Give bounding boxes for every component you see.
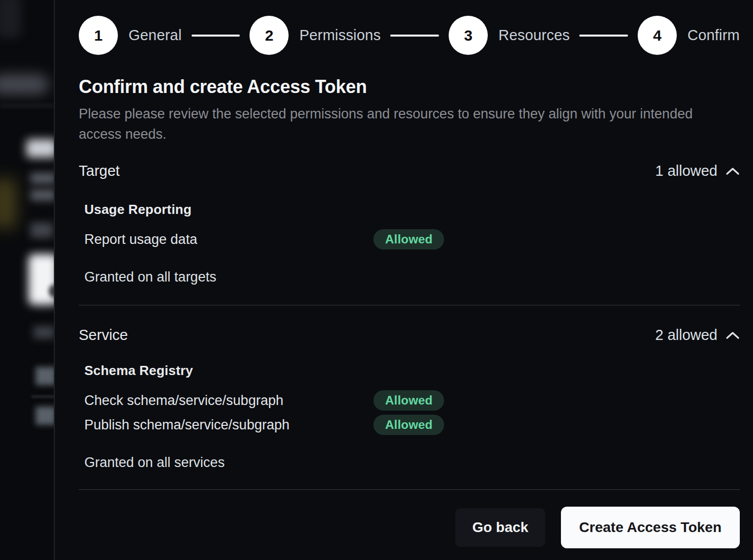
permission-group-name: Schema Registry <box>84 363 740 379</box>
blurred-small-item <box>30 223 53 238</box>
section-header-service: Service 2 allowed <box>79 327 740 344</box>
step-connector-line <box>390 35 439 37</box>
step-label: General <box>129 27 182 44</box>
granted-note: Granted on all services <box>84 455 740 471</box>
status-badge: Allowed <box>373 415 444 435</box>
blurred-letter-u <box>36 367 54 385</box>
permission-label: Publish schema/service/subgraph <box>84 417 373 433</box>
blurred-letter-h <box>36 407 54 425</box>
blurred-divider <box>0 104 54 108</box>
chevron-up-icon <box>726 331 740 339</box>
granted-note: Granted on all targets <box>84 269 740 285</box>
page-subtitle: Please please review the selected permis… <box>79 104 705 144</box>
blurred-divider <box>32 395 54 398</box>
service-collapse-toggle[interactable]: 2 allowed <box>655 327 740 344</box>
blurred-logo-tile <box>0 0 21 38</box>
go-back-button[interactable]: Go back <box>455 508 545 547</box>
create-access-token-button[interactable]: Create Access Token <box>561 507 740 548</box>
allowed-count: 2 allowed <box>655 327 717 344</box>
permission-group-name: Usage Reporting <box>84 202 740 217</box>
step-permissions[interactable]: 2 Permissions <box>249 16 381 55</box>
status-badge: Allowed <box>373 390 444 411</box>
status-badge: Allowed <box>373 229 444 250</box>
step-general[interactable]: 1 General <box>79 16 182 55</box>
permission-row: Report usage data Allowed <box>84 229 740 250</box>
blurred-sidebar-text <box>0 75 49 94</box>
blurred-body-text <box>30 173 54 184</box>
permission-label: Report usage data <box>84 232 373 247</box>
step-label: Permissions <box>299 27 381 44</box>
step-label: Confirm <box>687 27 740 44</box>
page-title: Confirm and create Access Token <box>79 76 740 98</box>
step-label: Resources <box>498 27 570 44</box>
blurred-heading-text <box>26 139 54 158</box>
step-number-circle: 4 <box>638 16 677 55</box>
step-number-circle: 3 <box>449 16 488 55</box>
permission-row: Publish schema/service/subgraph Allowed <box>84 414 740 435</box>
create-access-token-modal: 1 General 2 Permissions 3 Resources 4 Co… <box>54 0 753 560</box>
step-confirm[interactable]: 4 Confirm <box>638 16 740 55</box>
step-number-circle: 1 <box>79 16 118 55</box>
blurred-accent-shape <box>0 179 16 228</box>
chevron-up-icon <box>726 167 740 175</box>
section-divider <box>79 305 740 305</box>
section-header-target: Target 1 allowed <box>79 163 740 179</box>
target-collapse-toggle[interactable]: 1 allowed <box>655 163 740 179</box>
step-connector-line <box>192 35 240 37</box>
blurred-small-text <box>34 326 54 338</box>
footer-divider <box>79 489 740 490</box>
blurred-background-sidebar <box>0 0 54 560</box>
footer-actions: Go back Create Access Token <box>79 507 740 548</box>
step-resources[interactable]: 3 Resources <box>449 16 570 55</box>
permission-label: Check schema/service/subgraph <box>84 393 373 409</box>
section-title: Target <box>79 163 120 179</box>
section-title: Service <box>79 327 128 344</box>
blurred-white-card <box>28 254 54 305</box>
permission-group-schema-registry: Schema Registry Check schema/service/sub… <box>84 363 740 435</box>
permission-group-usage-reporting: Usage Reporting Report usage data Allowe… <box>84 202 740 250</box>
step-connector-line <box>579 35 628 37</box>
wizard-stepper: 1 General 2 Permissions 3 Resources 4 Co… <box>79 16 740 55</box>
blurred-body-text <box>30 190 54 201</box>
step-number-circle: 2 <box>249 16 289 55</box>
permission-row: Check schema/service/subgraph Allowed <box>84 390 740 411</box>
allowed-count: 1 allowed <box>655 163 717 179</box>
